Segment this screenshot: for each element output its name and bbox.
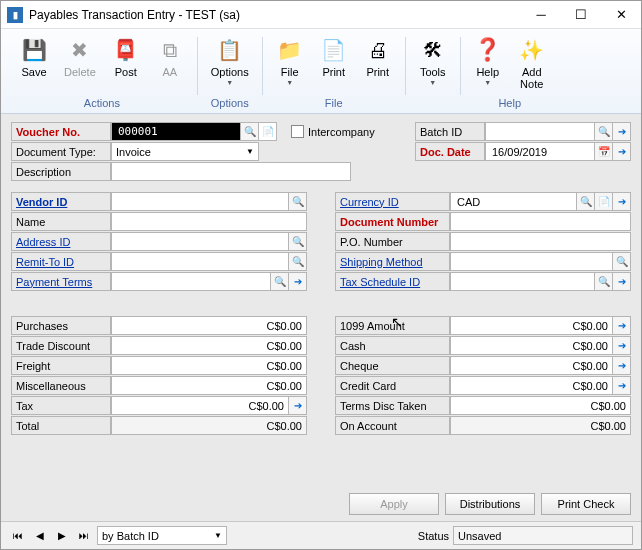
expand-arrow-icon[interactable]: ➔	[612, 316, 631, 335]
help-button[interactable]: ❓ Help ▼	[467, 33, 509, 95]
expand-arrow-icon[interactable]: ➔	[612, 122, 631, 141]
nav-next-button[interactable]: ▶	[53, 527, 71, 545]
aa-button[interactable]: ⧉ AA	[149, 33, 191, 95]
description-label: Description	[11, 162, 111, 181]
tools-icon: 🛠	[419, 36, 447, 64]
document-type-value: Invoice	[116, 146, 151, 158]
nav-by-select[interactable]: by Batch ID ▼	[97, 526, 227, 545]
delete-button[interactable]: ✖ Delete	[57, 33, 103, 95]
lookup-icon[interactable]: 🔍	[576, 192, 595, 211]
app-icon: ▮	[7, 7, 23, 23]
window-title: Payables Transaction Entry - TEST (sa)	[29, 8, 521, 22]
expand-arrow-icon[interactable]: ➔	[288, 272, 307, 291]
cheque-value[interactable]: C$0.00	[450, 356, 613, 375]
floppy-icon: 💾	[20, 36, 48, 64]
lookup-icon[interactable]: 🔍	[594, 122, 613, 141]
nav-first-button[interactable]: ⏮	[9, 527, 27, 545]
group-label-tools	[431, 95, 434, 113]
vendor-id-input[interactable]	[116, 195, 284, 209]
calendar-icon[interactable]: 📅	[594, 142, 613, 161]
file-label: File	[281, 66, 299, 78]
print-button[interactable]: 🖨 Print	[357, 33, 399, 95]
print-check-button[interactable]: Print Check	[541, 493, 631, 515]
payment-terms-input[interactable]	[116, 275, 266, 289]
terms-disc-value[interactable]: C$0.00	[450, 396, 631, 415]
purchases-value[interactable]: C$0.00	[111, 316, 307, 335]
tools-button[interactable]: 🛠 Tools ▼	[412, 33, 454, 95]
chevron-down-icon: ▼	[286, 79, 293, 86]
apply-button[interactable]: Apply	[349, 493, 439, 515]
payment-terms-label[interactable]: Payment Terms	[11, 272, 111, 291]
options-button[interactable]: 📋 Options ▼	[204, 33, 256, 95]
lookup-icon[interactable]: 🔍	[288, 192, 307, 211]
document-type-label: Document Type:	[11, 142, 111, 161]
address-id-input[interactable]	[116, 235, 284, 249]
tools-label: Tools	[420, 66, 446, 78]
tax-schedule-id-label[interactable]: Tax Schedule ID	[335, 272, 450, 291]
ribbon-group-help: ❓ Help ▼ ✨ Add Note Help	[461, 33, 559, 113]
cash-value[interactable]: C$0.00	[450, 336, 613, 355]
shipping-method-label[interactable]: Shipping Method	[335, 252, 450, 271]
expand-arrow-icon[interactable]: ➔	[612, 142, 631, 161]
close-button[interactable]: ✕	[601, 1, 641, 29]
lookup-icon[interactable]: 🔍	[288, 252, 307, 271]
lookup-icon[interactable]: 🔍	[288, 232, 307, 251]
amounts-right: 1099 AmountC$0.00➔ CashC$0.00➔ ChequeC$0…	[335, 316, 631, 436]
document-type-select[interactable]: Invoice ▼	[111, 142, 259, 161]
voucher-no-input[interactable]	[116, 124, 236, 139]
credit-card-value[interactable]: C$0.00	[450, 376, 613, 395]
expand-arrow-icon[interactable]: ➔	[612, 376, 631, 395]
expand-arrow-icon[interactable]: ➔	[288, 396, 307, 415]
description-input[interactable]	[116, 165, 346, 179]
document-number-input[interactable]	[455, 215, 626, 229]
lookup-icon[interactable]: 🔍	[594, 272, 613, 291]
add-note-button[interactable]: ✨ Add Note	[511, 33, 553, 95]
file-button[interactable]: 📁 File ▼	[269, 33, 311, 95]
tax-value[interactable]: C$0.00	[111, 396, 289, 415]
note-icon[interactable]: 📄	[594, 192, 613, 211]
titlebar: ▮ Payables Transaction Entry - TEST (sa)…	[1, 1, 641, 29]
miscellaneous-value[interactable]: C$0.00	[111, 376, 307, 395]
total-value: C$0.00	[111, 416, 307, 435]
a1099-value[interactable]: C$0.00	[450, 316, 613, 335]
currency-id-label[interactable]: Currency ID	[335, 192, 450, 211]
lookup-icon[interactable]: 🔍	[270, 272, 289, 291]
expand-arrow-icon[interactable]: ➔	[612, 336, 631, 355]
options-label: Options	[211, 66, 249, 78]
trade-discount-value[interactable]: C$0.00	[111, 336, 307, 355]
group-label-actions: Actions	[84, 95, 120, 113]
expand-arrow-icon[interactable]: ➔	[612, 356, 631, 375]
po-number-input[interactable]	[455, 235, 626, 249]
currency-id-input[interactable]	[455, 195, 572, 209]
expand-arrow-icon[interactable]: ➔	[612, 192, 631, 211]
shipping-method-input[interactable]	[455, 255, 608, 269]
freight-value[interactable]: C$0.00	[111, 356, 307, 375]
nav-prev-button[interactable]: ◀	[31, 527, 49, 545]
remit-to-id-input[interactable]	[116, 255, 284, 269]
name-input[interactable]	[116, 215, 302, 229]
group-label-options: Options	[211, 95, 249, 113]
intercompany-checkbox[interactable]	[291, 125, 304, 138]
delete-x-icon: ✖	[66, 36, 94, 64]
tax-schedule-id-input[interactable]	[455, 275, 590, 289]
post-button[interactable]: 📮 Post	[105, 33, 147, 95]
note-icon[interactable]: 📄	[258, 122, 277, 141]
distributions-button[interactable]: Distributions	[445, 493, 535, 515]
maximize-button[interactable]: ☐	[561, 1, 601, 29]
address-id-label[interactable]: Address ID	[11, 232, 111, 251]
minimize-button[interactable]: ─	[521, 1, 561, 29]
aa-label: AA	[162, 66, 177, 78]
doc-date-input[interactable]	[490, 145, 590, 159]
batch-id-input[interactable]	[490, 125, 590, 139]
expand-arrow-icon[interactable]: ➔	[612, 272, 631, 291]
ribbon-group-actions: 💾 Save ✖ Delete 📮 Post ⧉ AA Actions	[7, 33, 197, 113]
ribbon-group-options: 📋 Options ▼ Options	[198, 33, 262, 113]
print-preview-button[interactable]: 📄 Print	[313, 33, 355, 95]
nav-last-button[interactable]: ⏭	[75, 527, 93, 545]
save-button[interactable]: 💾 Save	[13, 33, 55, 95]
lookup-icon[interactable]: 🔍	[612, 252, 631, 271]
lookup-icon[interactable]: 🔍	[240, 122, 259, 141]
addnote-label: Add Note	[520, 66, 543, 90]
remit-to-id-label[interactable]: Remit-To ID	[11, 252, 111, 271]
vendor-id-label[interactable]: Vendor ID	[11, 192, 111, 211]
